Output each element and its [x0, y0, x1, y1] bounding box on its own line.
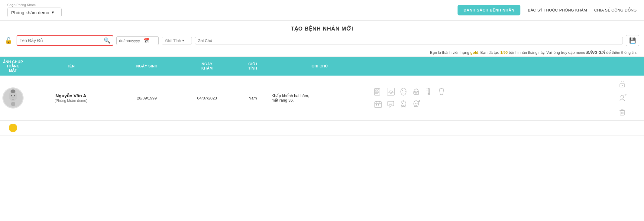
icon-share-patient[interactable]	[617, 93, 628, 103]
clinic-name: Phòng khám demo	[11, 10, 49, 15]
clinic-label: Chọn Phòng Khám	[7, 3, 62, 7]
svg-point-13	[402, 90, 403, 91]
icon-skull[interactable]	[411, 86, 422, 97]
svg-rect-7	[374, 89, 380, 95]
patient-exam-date: 04/07/2023	[178, 76, 236, 121]
col-exam-date: NGÀYKHÁM	[178, 57, 236, 76]
patient-side-actions	[601, 76, 644, 121]
svg-point-35	[621, 95, 624, 98]
partial-avatar	[0, 121, 26, 135]
svg-point-14	[414, 92, 416, 93]
icon-xray[interactable]	[385, 86, 396, 97]
patient-action-icons	[370, 76, 601, 121]
svg-point-12	[401, 88, 406, 95]
icon-face-side[interactable]	[398, 86, 409, 97]
partial-actions	[370, 121, 601, 135]
svg-rect-23	[378, 104, 379, 106]
gender-chevron-icon: ▾	[182, 38, 184, 43]
form-row: 🔓 🔍 📅 Giới Tính ▾ 💾	[0, 35, 644, 49]
svg-rect-1	[11, 102, 15, 106]
icon-unlock-patient[interactable]	[617, 79, 628, 89]
icon-delete-patient[interactable]	[617, 106, 628, 117]
col-note: GHI CHÚ	[269, 57, 370, 76]
nav-links: DANH SÁCH BỆNH NHÂN BÁC SỸ THUỘC PHÒNG K…	[458, 5, 637, 15]
nav-patient-list[interactable]: DANH SÁCH BỆNH NHÂN	[458, 5, 520, 15]
membership-text-end: để thêm thông tin.	[605, 50, 637, 55]
patient-avatar-cell	[0, 76, 26, 121]
icon-chat[interactable]	[385, 99, 396, 110]
patient-note: Khấp khểnh hai hàm,mất răng 36.	[269, 76, 370, 121]
note-input-wrapper	[195, 37, 623, 44]
date-input[interactable]	[119, 38, 143, 43]
note-input[interactable]	[198, 38, 620, 43]
table-row-partial	[0, 121, 644, 135]
partial-name	[26, 121, 116, 135]
icon-dental-chart[interactable]	[373, 86, 383, 97]
save-button[interactable]: 💾	[626, 35, 639, 46]
svg-point-15	[417, 92, 418, 93]
icon-face-photo2[interactable]	[411, 99, 422, 110]
search-icon[interactable]: 🔍	[104, 37, 110, 44]
icon-calendar-schedule[interactable]	[373, 99, 383, 110]
icon-face-photo1[interactable]	[398, 99, 409, 110]
table-row: Nguyễn Văn A (Phòng khám demo) 28/09/199…	[0, 76, 644, 121]
name-input[interactable]	[20, 38, 104, 43]
nav-community-share[interactable]: CHIA SẺ CỘNG ĐỒNG	[594, 8, 637, 12]
patient-gender: Nam	[236, 76, 269, 121]
col-photo: ẢNH CHỤP THẲNGMẶT	[0, 57, 26, 76]
patient-name-cell: Nguyễn Văn A (Phòng khám demo)	[26, 76, 116, 121]
svg-point-3	[11, 89, 15, 93]
svg-point-27	[402, 103, 403, 104]
icon-tools[interactable]	[423, 86, 434, 97]
patient-name: Nguyễn Văn A	[28, 93, 113, 99]
gender-wrapper[interactable]: Giới Tính ▾	[162, 37, 192, 44]
partial-gender	[236, 121, 269, 135]
svg-point-30	[417, 103, 418, 104]
partial-dob	[116, 121, 178, 135]
svg-rect-22	[376, 104, 377, 106]
icon-tooth[interactable]	[436, 86, 447, 97]
svg-point-6	[12, 97, 13, 98]
svg-rect-8	[375, 90, 377, 91]
membership-menu-name: BẢNG GIÁ	[586, 50, 605, 55]
clinic-dropdown[interactable]: Phòng khám demo ▾	[7, 8, 62, 17]
avatar-svg	[3, 88, 23, 108]
patient-dob: 28/09/1999	[116, 76, 178, 121]
membership-text-after: bệnh nhân tháng này. Vui lòng truy cập m…	[508, 50, 586, 55]
nav-doctor-list[interactable]: BÁC SỸ THUỘC PHÒNG KHÁM	[528, 8, 587, 12]
lock-icon: 🔓	[5, 37, 12, 44]
patient-clinic: (Phòng khám demo)	[28, 99, 113, 103]
partial-note	[269, 121, 370, 135]
membership-tier: gold	[470, 50, 478, 55]
svg-rect-10	[387, 88, 394, 95]
membership-text-mid: . Bạn đã tạo	[478, 50, 500, 55]
partial-side-actions	[601, 121, 644, 135]
col-side-actions	[601, 57, 644, 76]
dropdown-chevron: ▾	[52, 10, 54, 15]
table-header: ẢNH CHỤP THẲNGMẶT TÊN NGÀY SINH NGÀYKHÁM…	[0, 57, 644, 76]
col-actions	[370, 57, 601, 76]
patient-avatar	[2, 87, 24, 109]
svg-point-5	[14, 95, 15, 96]
svg-rect-9	[377, 90, 379, 91]
header: Chọn Phòng Khám Phòng khám demo ▾ DANH S…	[0, 0, 644, 21]
gender-label: Giới Tính	[165, 38, 181, 43]
membership-count: 1/90	[500, 50, 508, 55]
partial-exam-date	[178, 121, 236, 135]
svg-point-34	[622, 85, 623, 86]
date-input-wrapper: 📅	[116, 36, 159, 45]
section-title: TẠO BỆNH NHÂN MỚI	[0, 21, 644, 35]
calendar-icon[interactable]: 📅	[143, 38, 149, 44]
col-dob: NGÀY SINH	[116, 57, 178, 76]
col-name: TÊN	[26, 57, 116, 76]
col-gender: GIỚITÍNH	[236, 57, 269, 76]
membership-text-before: Bạn là thành viên hạng	[430, 50, 470, 55]
patient-table-container: ẢNH CHỤP THẲNGMẶT TÊN NGÀY SINH NGÀYKHÁM…	[0, 57, 644, 135]
name-input-wrapper: 🔍	[17, 35, 113, 46]
clinic-selector: Chọn Phòng Khám Phòng khám demo ▾	[7, 3, 62, 17]
patient-table: ẢNH CHỤP THẲNGMẶT TÊN NGÀY SINH NGÀYKHÁM…	[0, 57, 644, 135]
svg-point-4	[11, 95, 12, 96]
svg-point-29	[415, 103, 416, 104]
svg-rect-16	[428, 88, 429, 94]
membership-bar: Bạn là thành viên hạng gold. Bạn đã tạo …	[0, 49, 644, 57]
